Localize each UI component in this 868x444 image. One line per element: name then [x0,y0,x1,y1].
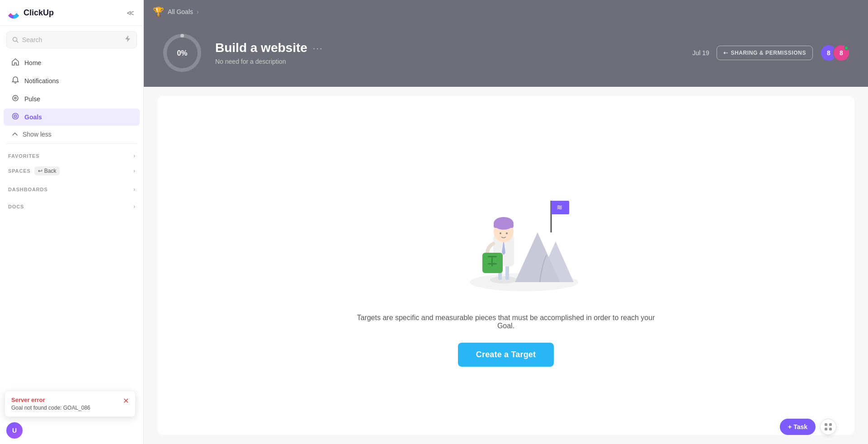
fab-area: + Task [780,419,836,435]
sidebar-item-pulse[interactable]: Pulse [4,90,140,108]
error-toast-content: Server error Goal not found code: GOAL_0… [11,397,90,411]
back-button[interactable]: ↩ Back [34,166,60,175]
show-less-button[interactable]: Show less [4,127,140,142]
svg-point-3 [14,97,16,99]
goal-menu-button[interactable]: ··· [313,43,323,53]
sidebar: ClickUp ≪ Search Home No [0,0,144,444]
favorites-label: FAVORITES [8,153,39,159]
docs-chevron-icon: › [133,203,135,210]
avatar-group: 8 8 [820,44,850,61]
pulse-label: Pulse [24,95,40,103]
svg-rect-30 [829,423,832,426]
all-goals-breadcrumb[interactable]: All Goals [168,8,193,15]
collapse-sidebar-button[interactable]: ≪ [125,7,136,19]
trophy-icon: 🏆 [153,6,164,17]
avatar-2-wrap: 8 [837,44,850,61]
spaces-left: SPACES ↩ Back [8,166,60,175]
app-name: ClickUp [24,8,54,18]
notifications-label: Notifications [24,77,59,85]
goals-icon [12,113,19,122]
apps-fab[interactable] [820,419,836,435]
chevron-up-icon [12,131,18,137]
sharing-label: SHARING & PERMISSIONS [731,50,806,56]
error-title: Server error [11,397,90,403]
sidebar-header: ClickUp ≪ [0,0,143,26]
goal-title: Build a website [215,41,307,55]
svg-rect-28 [488,263,497,265]
topbar: 🏆 All Goals › [144,0,868,24]
add-task-fab[interactable]: + Task [780,419,816,435]
home-icon [12,58,19,67]
favorites-section[interactable]: FAVORITES › [0,148,143,162]
spaces-section[interactable]: SPACES ↩ Back › [0,162,143,178]
pulse-icon [12,94,19,104]
svg-rect-26 [488,256,497,257]
goal-title-row: Build a website ··· [215,41,679,55]
content-area: ≋ [144,87,868,444]
svg-rect-31 [825,428,827,430]
avatar-1-label: 8 [827,49,830,57]
spaces-label: SPACES [8,168,31,174]
divider [6,143,137,144]
search-input-placeholder: Search [22,36,42,43]
goals-label: Goals [24,113,42,121]
sidebar-item-goals[interactable]: Goals [4,109,140,126]
user-avatar-area: U [6,422,23,439]
goal-header: 0% Build a website ··· No need for a des… [144,24,868,87]
dashboards-section[interactable]: DASHBOARDS › [0,182,143,195]
svg-point-23 [500,232,501,234]
favorites-chevron-icon: › [133,153,135,159]
avatar-2-label: 8 [840,49,843,57]
online-status-dot [844,46,849,50]
apps-grid-icon [824,423,832,431]
sidebar-item-notifications[interactable]: Notifications [4,72,140,90]
progress-circle: 0% [162,33,203,73]
clickup-logo-icon [7,6,20,19]
notifications-icon [12,76,19,85]
svg-rect-32 [829,428,832,430]
search-icon [12,37,19,43]
svg-rect-27 [491,257,493,266]
progress-text: 0% [177,49,187,57]
empty-state-illustration: ≋ [434,165,578,300]
lightning-button[interactable] [124,35,131,44]
svg-rect-22 [494,223,514,228]
error-toast: Server error Goal not found code: GOAL_0… [5,391,136,417]
share-icon: ⇠ [723,50,728,56]
docs-section[interactable]: DOCS › [0,199,143,213]
breadcrumb-arrow-icon: › [197,8,199,15]
error-close-button[interactable]: ✕ [123,397,129,405]
sharing-permissions-button[interactable]: ⇠ SHARING & PERMISSIONS [717,46,813,60]
targets-card: ≋ [157,96,854,435]
illustration-area: ≋ [434,165,578,300]
svg-rect-29 [825,423,827,426]
svg-text:≋: ≋ [557,203,562,211]
targets-empty-text: Targets are specific and measurable piec… [352,314,660,330]
search-bar[interactable]: Search [6,31,137,48]
back-label: Back [44,168,57,174]
docs-label: DOCS [8,204,24,209]
svg-line-1 [17,41,19,43]
svg-point-15 [490,276,517,283]
svg-rect-17 [505,264,509,280]
user-avatar[interactable]: U [6,422,23,439]
goal-description: No need for a description [215,58,679,65]
home-label: Home [24,59,41,66]
dashboards-label: DASHBOARDS [8,187,48,192]
avatar-2[interactable]: 8 [833,44,850,61]
svg-point-24 [506,232,508,234]
back-arrow-icon: ↩ [38,168,42,174]
logo-area: ClickUp [7,6,54,19]
main-content: 🏆 All Goals › 0% Build a website ··· No … [144,0,868,444]
error-message: Goal not found code: GOAL_086 [11,405,90,411]
goal-info: Build a website ··· No need for a descri… [215,41,679,65]
create-target-button[interactable]: Create a Target [458,343,554,367]
dashboards-chevron-icon: › [133,186,135,193]
show-less-label: Show less [23,131,52,138]
goal-due-date: Jul 19 [692,49,709,57]
spaces-chevron-icon: › [133,168,135,174]
svg-point-6 [15,116,16,117]
goal-header-right: Jul 19 ⇠ SHARING & PERMISSIONS 8 8 [692,44,850,61]
svg-point-2 [13,95,18,101]
sidebar-item-home[interactable]: Home [4,54,140,71]
